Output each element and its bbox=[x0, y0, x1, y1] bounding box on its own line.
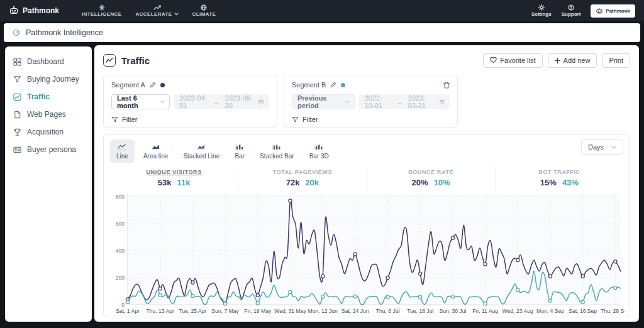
segment-b-delete-button[interactable] bbox=[443, 82, 450, 89]
top-bar: Pathmonk INTELLIGENCE ACCELERATE CLIMATE bbox=[0, 0, 644, 21]
sidebar-label: Web Pages bbox=[27, 110, 66, 119]
favorite-list-button[interactable]: Favorite list bbox=[483, 53, 542, 68]
gear-icon bbox=[538, 4, 545, 11]
segment-a-filter-button[interactable]: Filter bbox=[111, 116, 269, 123]
svg-text:Sat, 1 Apr: Sat, 1 Apr bbox=[116, 308, 140, 314]
traffic-title-icon bbox=[103, 54, 116, 67]
tab-stacked-line[interactable]: Stacked Line bbox=[177, 139, 226, 163]
chevron-down-icon bbox=[345, 101, 349, 104]
chevron-down-icon bbox=[611, 146, 616, 149]
stacked-line-type-icon bbox=[196, 143, 206, 151]
stat-bounce-rate[interactable]: BOUNCE RATE 20%10% bbox=[367, 167, 495, 190]
nav-climate[interactable]: CLIMATE bbox=[192, 4, 216, 17]
sidebar-item-dashboard[interactable]: Dashboard bbox=[5, 53, 92, 70]
sidebar-item-acquisition[interactable]: Acquisition bbox=[5, 123, 92, 141]
settings-label: Settings bbox=[531, 11, 552, 17]
header-buttons: Favorite list Add new Print bbox=[483, 53, 630, 68]
stat-label: BOT TRAFFIC bbox=[496, 169, 623, 175]
segment-a-edit-button[interactable] bbox=[150, 82, 156, 88]
segment-b-period-select[interactable]: Previous period bbox=[292, 94, 355, 109]
page-header: Traffic Favorite list Add new Print bbox=[103, 53, 630, 68]
settings-button[interactable]: Settings bbox=[531, 4, 552, 17]
sidebar-item-web-pages[interactable]: Web Pages bbox=[5, 106, 92, 123]
question-icon bbox=[568, 4, 574, 11]
area-chart-type-icon bbox=[151, 143, 161, 151]
segment-b-date-range[interactable]: 2022-10-01 → 2023-03-31 bbox=[359, 94, 450, 109]
stat-total-pageviews[interactable]: TOTAL PAGEVIEWS 72k20k bbox=[238, 167, 366, 190]
segment-b-filter-button[interactable]: Filter bbox=[292, 116, 450, 123]
funnel-icon bbox=[13, 75, 21, 84]
print-button[interactable]: Print bbox=[602, 53, 630, 68]
svg-text:Mon, 4 Sep: Mon, 4 Sep bbox=[536, 308, 564, 314]
segment-b-edit-button[interactable] bbox=[330, 82, 336, 88]
segment-b-dot bbox=[341, 83, 345, 87]
stat-label: UNIQUE VISITORS bbox=[110, 169, 238, 175]
tab-area-line[interactable]: Area line bbox=[137, 139, 174, 163]
support-label: Support bbox=[562, 11, 581, 17]
bar-chart-type-icon bbox=[235, 143, 245, 151]
calendar-icon bbox=[440, 99, 444, 105]
nav-label: INTELLIGENCE bbox=[82, 11, 121, 17]
account-label: Pathmonk bbox=[606, 8, 630, 14]
segment-a-name: Segment A bbox=[111, 81, 145, 89]
tab-stacked-bar[interactable]: Stacked Bar bbox=[253, 139, 300, 163]
svg-text:Wed, 31 May: Wed, 31 May bbox=[274, 308, 306, 314]
svg-text:Wed, 23 Aug: Wed, 23 Aug bbox=[502, 308, 533, 314]
brand-logo[interactable]: Pathmonk bbox=[9, 6, 59, 15]
stat-value-a: 53k bbox=[158, 178, 172, 187]
segment-b-name: Segment B bbox=[292, 81, 326, 89]
support-button[interactable]: Support bbox=[562, 4, 581, 17]
print-label: Print bbox=[609, 57, 623, 64]
svg-text:Sat, 24 Jun: Sat, 24 Jun bbox=[341, 308, 369, 314]
stat-unique-visitors[interactable]: UNIQUE VISITORS 53k11k bbox=[110, 167, 238, 190]
nav-accelerate[interactable]: ACCELERATE bbox=[135, 4, 178, 17]
stat-bot-traffic[interactable]: BOT TRAFFIC 15%43% bbox=[495, 167, 623, 190]
tab-label: Line bbox=[116, 153, 128, 160]
bar-3d-type-icon bbox=[314, 143, 324, 151]
app-bar: Pathmonk Intelligence bbox=[4, 23, 640, 42]
stat-value-b: 11k bbox=[177, 178, 190, 187]
tab-label: Stacked Line bbox=[183, 153, 219, 160]
line-chart-type-icon bbox=[117, 143, 127, 151]
stat-label: TOTAL PAGEVIEWS bbox=[238, 169, 366, 175]
document-icon bbox=[13, 111, 21, 119]
trash-icon bbox=[443, 82, 450, 89]
nav-intelligence[interactable]: INTELLIGENCE bbox=[82, 4, 121, 17]
filter-label: Filter bbox=[122, 116, 137, 123]
sidebar-item-traffic[interactable]: Traffic bbox=[5, 88, 92, 106]
date-to: 2023-03-31 bbox=[408, 94, 435, 109]
chart-type-tabs: Line Area line Stacked Line Bar Stacked … bbox=[110, 139, 335, 163]
nav-label: CLIMATE bbox=[192, 11, 216, 17]
segment-a-period-select[interactable]: Last 6 month bbox=[111, 94, 170, 109]
tab-line[interactable]: Line bbox=[110, 139, 135, 163]
topbar-actions: Settings Support Pathmonk bbox=[531, 4, 635, 18]
filter-label: Filter bbox=[303, 116, 318, 123]
trend-icon bbox=[153, 4, 161, 11]
favorite-list-label: Favorite list bbox=[500, 57, 535, 64]
robot-icon bbox=[9, 6, 19, 15]
stat-value-b: 43% bbox=[562, 178, 579, 187]
segment-a-date-range[interactable]: 2023-04-01 → 2023-09-30 bbox=[174, 94, 269, 109]
stat-value-b: 20k bbox=[305, 178, 319, 187]
segment-a-dot bbox=[160, 83, 165, 87]
date-from: 2023-04-01 bbox=[179, 94, 208, 109]
tab-bar[interactable]: Bar bbox=[228, 139, 251, 163]
grid-icon bbox=[13, 58, 21, 66]
segment-b-card: Segment B Previous period 2022-10-01 → 2… bbox=[284, 75, 458, 128]
svg-text:800: 800 bbox=[116, 194, 125, 200]
interval-select[interactable]: Days bbox=[581, 139, 623, 155]
main-panel: Traffic Favorite list Add new Print Segm… bbox=[94, 45, 639, 322]
sidebar-item-buyer-persona[interactable]: Buyer persona bbox=[5, 141, 92, 158]
robot-icon bbox=[596, 8, 603, 14]
svg-text:0: 0 bbox=[121, 302, 125, 308]
add-new-button[interactable]: Add new bbox=[548, 53, 597, 68]
tab-bar-3d[interactable]: Bar 3D bbox=[303, 139, 335, 163]
svg-text:Tue, 25 Apr: Tue, 25 Apr bbox=[179, 308, 206, 314]
traffic-line-chart: Sat, 1 AprThu, 13 AprTue, 25 AprSun, 7 M… bbox=[110, 193, 623, 321]
segment-b-period-value: Previous period bbox=[297, 94, 338, 109]
segment-a-card: Segment A Last 6 month 2023-04-01 → 2023… bbox=[103, 75, 277, 128]
svg-text:Tue, 18 Jul: Tue, 18 Jul bbox=[407, 308, 433, 314]
brand-name: Pathmonk bbox=[23, 6, 59, 15]
pathmonk-account-button[interactable]: Pathmonk bbox=[591, 4, 635, 18]
sidebar-item-buying-journey[interactable]: Buying Journey bbox=[5, 70, 92, 88]
